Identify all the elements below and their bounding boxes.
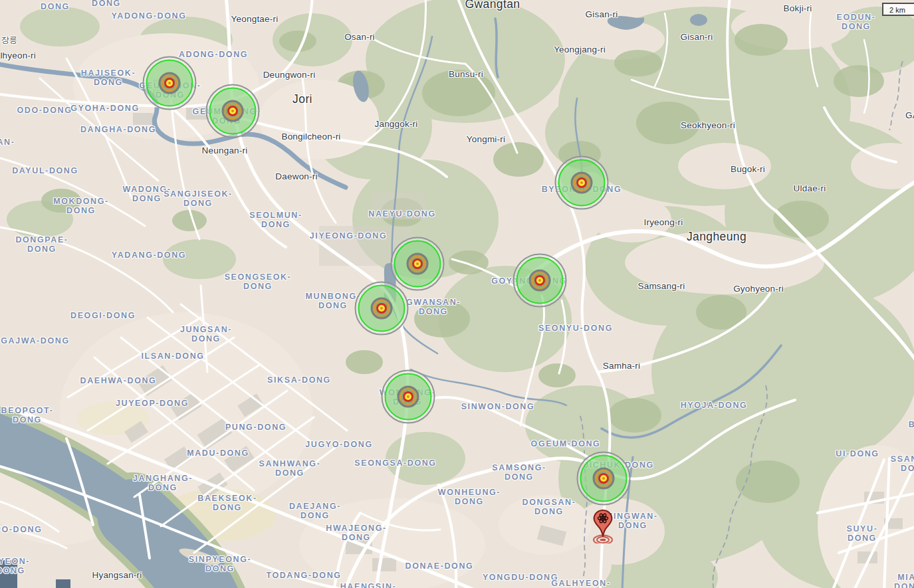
map-canvas[interactable]: DONGDONGYADONG-DONG장릉Galhyeon-riADONG-DO… (0, 0, 914, 588)
ground-zero-dot (168, 82, 171, 84)
ground-zero-dot (602, 477, 605, 480)
ground-zero-dot (380, 307, 383, 310)
detonation-pin[interactable] (590, 508, 616, 543)
scale-bar-label: 2 km (889, 6, 905, 14)
scale-bar: 2 km (882, 3, 914, 16)
ground-zero-dot (231, 110, 234, 112)
markers-layer (0, 0, 914, 588)
ground-zero-dot (538, 279, 541, 282)
ground-zero-dot (407, 395, 409, 398)
ground-zero-dot (580, 181, 583, 184)
ground-zero-dot (416, 262, 419, 265)
